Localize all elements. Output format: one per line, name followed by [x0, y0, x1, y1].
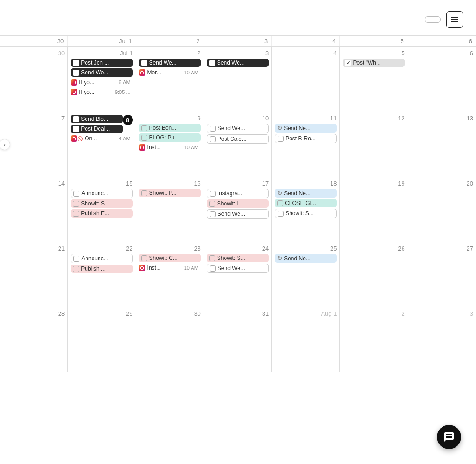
day-cell[interactable]: 10Send We...Post Cale...: [204, 112, 272, 177]
day-cell[interactable]: 31: [204, 307, 272, 372]
calendar-event[interactable]: Showit: I...: [207, 199, 269, 208]
calendar-event[interactable]: ↻Send Ne...: [275, 189, 337, 198]
day-cell[interactable]: 3✓Send We...: [204, 47, 272, 112]
calendar-event[interactable]: Showit: C...: [139, 254, 201, 262]
day-cell[interactable]: 4: [272, 47, 340, 112]
checkbox-empty-icon: [73, 256, 79, 262]
day-cell[interactable]: 30: [136, 307, 204, 372]
checkbox-checked-icon: ✓: [73, 126, 79, 132]
calendar-event[interactable]: Showit: S...: [275, 209, 337, 218]
day-cell[interactable]: 20: [408, 177, 476, 242]
today-button[interactable]: [425, 16, 441, 23]
day-number: 22: [71, 245, 132, 252]
checkbox-empty-icon: [141, 255, 147, 261]
day-number: 24: [207, 245, 269, 252]
calendar-event[interactable]: ✓Send Blo...: [71, 115, 122, 123]
header-controls: [425, 11, 463, 28]
day-cell[interactable]: 24Showit: S...Send We...: [204, 242, 272, 307]
calendar-event[interactable]: Send We...: [207, 264, 269, 273]
day-cell[interactable]: 2✓Send We...Mor...10 AM: [136, 47, 204, 112]
calendar-event[interactable]: Post B-Ro...: [275, 134, 337, 143]
calendar-event[interactable]: ✓Post Deal...: [71, 125, 122, 133]
day-cell[interactable]: 13: [408, 112, 476, 177]
calendar-event[interactable]: If yo...9:05 ...: [71, 88, 132, 96]
checkbox-empty-icon: [210, 265, 216, 272]
svg-rect-1: [451, 19, 458, 20]
calendar-event[interactable]: ✓Send We...: [71, 68, 132, 77]
day-cell[interactable]: 8✓Send Blo...✓Post Deal...🚫On...4 AM: [68, 112, 136, 177]
day-cell[interactable]: 29: [68, 307, 136, 372]
calendar-event[interactable]: ✓Post Jen ...: [71, 59, 132, 67]
checkbox-checked-icon: ✓: [345, 60, 351, 66]
day-number: 6: [411, 50, 473, 57]
day-cell[interactable]: 6: [408, 47, 476, 112]
list-view-icon[interactable]: [446, 11, 463, 28]
calendar-event[interactable]: Post Bon...: [139, 124, 201, 132]
day-cell[interactable]: 2: [340, 307, 408, 372]
calendar-event[interactable]: Instagra...: [207, 189, 269, 198]
calendar-event[interactable]: ✓Send We...: [207, 59, 269, 67]
calendar-event[interactable]: Showit: S...: [207, 254, 269, 262]
checkbox-checked-icon: ✓: [73, 116, 79, 122]
day-cell[interactable]: Jul 1✓Post Jen ...✓Send We...If yo...6 A…: [68, 47, 136, 112]
svg-rect-0: [451, 17, 458, 18]
calendar-event[interactable]: ✓Post "Wh...: [343, 59, 404, 67]
day-number: 9: [139, 115, 201, 122]
calendar-event[interactable]: Showit: P...: [139, 189, 201, 197]
day-cell[interactable]: 28: [0, 307, 68, 372]
checkbox-empty-icon: [141, 190, 147, 196]
checkbox-empty-icon: [73, 266, 79, 272]
calendar-event[interactable]: 🚫On...4 AM: [71, 134, 132, 143]
day-cell[interactable]: 30: [0, 47, 68, 112]
checkbox-empty-icon: [73, 211, 79, 217]
day-cell[interactable]: 25↻Send Ne...: [272, 242, 340, 307]
calendar-event[interactable]: CLOSE GI...: [275, 199, 337, 207]
day-cell[interactable]: 18↻Send Ne...CLOSE GI...Showit: S...: [272, 177, 340, 242]
day-number: 2: [343, 310, 404, 317]
calendar-event[interactable]: Send We...: [207, 209, 269, 219]
day-cell[interactable]: 26: [340, 242, 408, 307]
day-cell[interactable]: 12: [340, 112, 408, 177]
day-cell[interactable]: 23Showit: C...Inst...10 AM: [136, 242, 204, 307]
calendar-event[interactable]: BLOG: Pu...: [139, 133, 201, 142]
day-number: 28: [3, 310, 65, 317]
calendar-event[interactable]: ↻Send Ne...: [275, 254, 337, 263]
day-cell[interactable]: 9Post Bon...BLOG: Pu...Inst...10 AM: [136, 112, 204, 177]
calendar-event[interactable]: Publish ...: [71, 265, 132, 273]
day-cell[interactable]: 27: [408, 242, 476, 307]
day-cell[interactable]: 14: [0, 177, 68, 242]
calendar-event[interactable]: Showit: S...: [71, 199, 132, 208]
day-number: 30: [139, 310, 201, 317]
calendar-event[interactable]: Announc...: [71, 254, 132, 263]
day-cell[interactable]: Aug 1: [272, 307, 340, 372]
checkbox-checked-icon: ✓: [209, 60, 215, 66]
day-cell[interactable]: 3: [408, 307, 476, 372]
day-cell[interactable]: ‹7: [0, 112, 68, 177]
calendar-event[interactable]: Post Cale...: [207, 134, 269, 144]
calendar-event[interactable]: ↻Send Ne...: [275, 124, 337, 133]
col-header-3: 3: [204, 36, 272, 46]
day-cell[interactable]: 11↻Send Ne...Post B-Ro...: [272, 112, 340, 177]
day-cell[interactable]: 17Instagra...Showit: I...Send We...: [204, 177, 272, 242]
day-cell[interactable]: 16Showit: P...: [136, 177, 204, 242]
day-cell[interactable]: 19: [340, 177, 408, 242]
prev-month-arrow[interactable]: ‹: [0, 139, 10, 150]
day-cell[interactable]: 5✓Post "Wh...: [340, 47, 408, 112]
day-cell[interactable]: 21: [0, 242, 68, 307]
calendar-event[interactable]: Mor...10 AM: [139, 68, 201, 77]
checkbox-empty-icon: [73, 201, 79, 207]
checkbox-empty-icon: [210, 136, 216, 142]
calendar-event[interactable]: ✓Send We...: [139, 59, 201, 67]
calendar-event[interactable]: Inst...10 AM: [139, 264, 201, 272]
calendar-event[interactable]: Inst...10 AM: [139, 143, 201, 152]
day-cell[interactable]: 15Announc...Showit: S...Publish E...: [68, 177, 136, 242]
checkbox-empty-icon: [210, 126, 216, 132]
day-number: 5: [343, 50, 404, 57]
checkbox-empty-icon: [209, 255, 215, 261]
day-cell[interactable]: 22Announc...Publish ...: [68, 242, 136, 307]
col-header-2: 2: [136, 36, 204, 46]
calendar-event[interactable]: Send We...: [207, 124, 269, 133]
calendar-event[interactable]: If yo...6 AM: [71, 78, 132, 86]
calendar-event[interactable]: Announc...: [71, 189, 132, 198]
calendar-event[interactable]: Publish E...: [71, 209, 132, 218]
